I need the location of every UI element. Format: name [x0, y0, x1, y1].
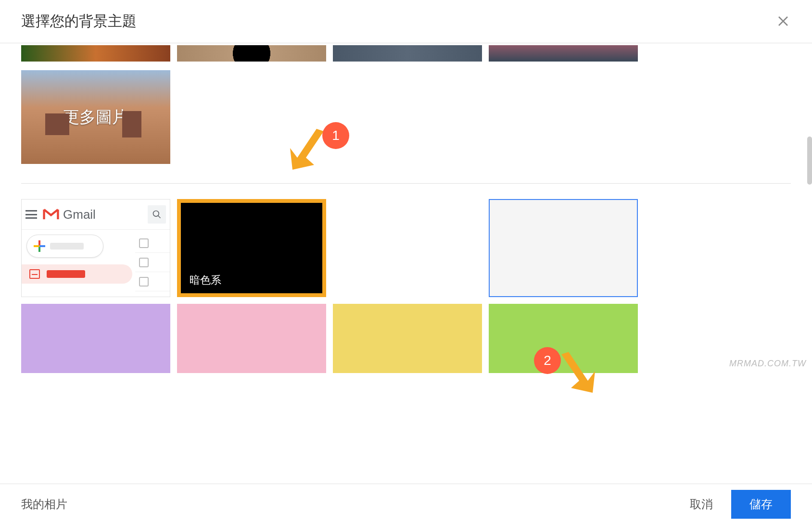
gmail-logo: Gmail	[42, 207, 96, 222]
gmail-preview-tile[interactable]: Gmail	[21, 199, 170, 297]
theme-dark-label: 暗色系	[190, 273, 221, 287]
gmail-topbar: Gmail	[22, 200, 170, 230]
cancel-button[interactable]: 取消	[683, 492, 720, 517]
theme-purple-tile[interactable]	[21, 304, 170, 373]
theme-white-tile[interactable]	[489, 199, 638, 297]
image-theme-tile[interactable]	[489, 45, 638, 62]
list-row	[135, 253, 170, 272]
gmail-text: Gmail	[63, 207, 96, 222]
more-images-tile[interactable]: 更多圖片	[21, 70, 170, 164]
inbox-placeholder	[47, 270, 85, 278]
theme-row-2	[21, 304, 791, 373]
dialog-header: 選擇您的背景主題	[0, 0, 812, 43]
search-box	[148, 205, 166, 224]
list-row	[135, 272, 170, 291]
theme-pink-tile[interactable]	[177, 304, 326, 373]
dialog-footer: 我的相片 取消 儲存	[0, 484, 812, 524]
my-photos-link[interactable]: 我的相片	[21, 497, 67, 512]
save-button[interactable]: 儲存	[731, 490, 791, 519]
footer-actions: 取消 儲存	[683, 490, 791, 519]
theme-dark-tile[interactable]: 暗色系	[177, 199, 326, 297]
image-theme-tile[interactable]	[333, 45, 482, 62]
compose-button	[26, 235, 103, 258]
image-theme-tile[interactable]	[21, 45, 170, 62]
theme-row-1: Gmail	[21, 199, 791, 297]
inbox-icon	[29, 269, 40, 279]
gmail-body	[22, 230, 170, 295]
gmail-m-icon	[42, 208, 60, 221]
annotation-step-1: 1	[283, 124, 349, 172]
more-images-label: 更多圖片	[63, 106, 128, 128]
compose-placeholder	[50, 243, 84, 250]
image-theme-tile[interactable]	[177, 45, 326, 62]
list-row	[135, 234, 170, 253]
mesa-decoration	[45, 113, 69, 135]
theme-blue-tile[interactable]	[333, 199, 482, 297]
theme-yellow-tile[interactable]	[333, 304, 482, 373]
close-button[interactable]	[775, 12, 791, 31]
arrow-icon	[283, 124, 326, 172]
menu-icon	[25, 210, 37, 219]
checkbox-icon	[139, 277, 149, 287]
plus-icon	[34, 240, 45, 252]
checkbox-icon	[139, 258, 149, 267]
mesa-decoration	[122, 111, 141, 137]
gmail-list	[135, 230, 170, 295]
content-area: 更多圖片 Gmail	[0, 43, 812, 486]
theme-green-tile[interactable]	[489, 304, 638, 373]
gmail-sidebar	[22, 230, 135, 295]
section-divider	[21, 183, 791, 184]
search-icon	[152, 210, 162, 219]
inbox-item	[22, 264, 132, 284]
image-theme-row	[21, 45, 791, 62]
svg-point-0	[153, 211, 159, 217]
close-icon	[777, 15, 789, 27]
checkbox-icon	[139, 238, 149, 248]
dialog-title: 選擇您的背景主題	[21, 12, 137, 31]
scrollbar[interactable]	[807, 137, 812, 185]
watermark: MRMAD.COM.TW	[729, 359, 806, 369]
step-badge-1: 1	[322, 122, 349, 149]
